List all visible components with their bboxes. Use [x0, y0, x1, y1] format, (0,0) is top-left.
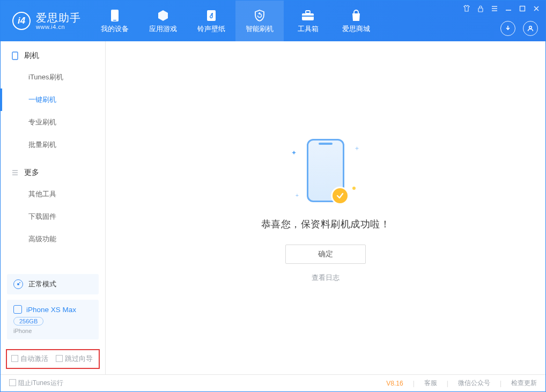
svg-rect-9: [12, 52, 18, 60]
footer: 阻止iTunes运行 V8.16 | 客服 | 微信公众号 | 检查更新: [1, 374, 545, 391]
header: i4 爱思助手 www.i4.cn 我的设备 应用游戏 铃声壁纸 智能刷机: [1, 1, 545, 41]
sidebar-section-flash: 刷机 iTunes刷机 一键刷机 专业刷机 批量刷机: [1, 41, 105, 158]
device-icon: [11, 52, 19, 60]
sidebar-head-more: 更多: [1, 168, 105, 183]
sidebar: 刷机 iTunes刷机 一键刷机 专业刷机 批量刷机 更多 其他工具 下载固件 …: [1, 41, 106, 374]
checkbox-icon: [56, 355, 63, 362]
app-window: i4 爱思助手 www.i4.cn 我的设备 应用游戏 铃声壁纸 智能刷机: [0, 0, 546, 392]
checkbox-icon: [11, 355, 18, 362]
sidebar-item-batch-flash[interactable]: 批量刷机: [1, 134, 105, 156]
lock-icon[interactable]: [476, 4, 485, 13]
device-type: iPhone: [13, 328, 92, 334]
tab-apps[interactable]: 应用游戏: [139, 1, 187, 41]
phone-icon: [108, 9, 122, 23]
music-file-icon: [204, 9, 218, 23]
toolbox-icon: [301, 9, 315, 23]
logo-url: www.i4.cn: [36, 24, 81, 30]
svg-rect-5: [302, 16, 314, 17]
tab-label: 工具箱: [298, 25, 319, 34]
svg-rect-7: [520, 6, 525, 11]
sidebar-head-flash: 刷机: [1, 51, 105, 66]
phone-icon: [307, 139, 344, 202]
tab-label: 铃声壁纸: [197, 25, 225, 34]
sidebar-item-itunes-flash[interactable]: iTunes刷机: [1, 66, 105, 88]
sparkle-icon: ✦: [291, 149, 297, 157]
shirt-icon[interactable]: [462, 4, 471, 13]
list-icon: [11, 169, 19, 176]
checkbox-icon: [9, 379, 16, 386]
success-message: 恭喜您，保资料刷机成功啦！: [261, 218, 390, 231]
mode-icon: [13, 279, 23, 289]
svg-rect-4: [306, 11, 310, 13]
footer-link-update[interactable]: 检查更新: [511, 379, 537, 388]
sidebar-item-other-tools[interactable]: 其他工具: [1, 183, 105, 205]
version-label: V8.16: [386, 380, 403, 387]
tab-flash[interactable]: 智能刷机: [235, 1, 284, 41]
shield-refresh-icon: [253, 9, 267, 23]
sidebar-item-pro-flash[interactable]: 专业刷机: [1, 111, 105, 134]
mode-card[interactable]: 正常模式: [7, 274, 99, 294]
tab-label: 应用游戏: [149, 25, 177, 34]
menu-icon[interactable]: [490, 4, 499, 13]
cube-icon: [156, 9, 170, 23]
tab-toolbox[interactable]: 工具箱: [284, 1, 332, 41]
svg-point-8: [529, 26, 532, 29]
logo-icon: i4: [12, 12, 31, 30]
sidebar-item-advanced[interactable]: 高级功能: [1, 228, 105, 250]
footer-link-wechat[interactable]: 微信公众号: [458, 379, 490, 388]
device-card[interactable]: iPhone XS Max 256GB iPhone: [7, 300, 99, 339]
svg-point-11: [19, 282, 20, 283]
checkbox-block-itunes[interactable]: 阻止iTunes运行: [9, 379, 63, 388]
tab-label: 智能刷机: [246, 25, 274, 34]
body: 刷机 iTunes刷机 一键刷机 专业刷机 批量刷机 更多 其他工具 下载固件 …: [1, 41, 545, 374]
checkmark-badge-icon: [331, 187, 349, 205]
minimize-icon[interactable]: [504, 4, 513, 13]
sparkle-icon: +: [355, 145, 359, 152]
device-capacity: 256GB: [13, 317, 43, 326]
sidebar-item-download-firmware[interactable]: 下载固件: [1, 205, 105, 228]
logo: i4 爱思助手 www.i4.cn: [1, 1, 91, 41]
main-content: ✦ + + 恭喜您，保资料刷机成功啦！ 确定 查看日志: [106, 41, 545, 374]
nav-tabs: 我的设备 应用游戏 铃声壁纸 智能刷机 工具箱 爱思商城: [91, 1, 380, 41]
options-highlighted: 自动激活 跳过向导: [6, 349, 100, 369]
profile-button[interactable]: [523, 21, 538, 36]
success-illustration: ✦ + +: [277, 133, 374, 208]
tab-ringtones[interactable]: 铃声壁纸: [187, 1, 235, 41]
ok-button[interactable]: 确定: [285, 245, 366, 264]
device-name: iPhone XS Max: [26, 306, 76, 314]
sidebar-title: 更多: [24, 168, 39, 177]
svg-point-10: [17, 283, 19, 285]
checkbox-auto-activate[interactable]: 自动激活: [11, 354, 48, 364]
svg-rect-3: [302, 13, 314, 20]
sparkle-icon: +: [296, 193, 299, 198]
tab-my-device[interactable]: 我的设备: [91, 1, 139, 41]
close-icon[interactable]: [532, 4, 541, 13]
checkbox-skip-guide[interactable]: 跳过向导: [56, 354, 93, 364]
download-button[interactable]: [500, 21, 515, 36]
tab-label: 爱思商城: [342, 25, 370, 34]
maximize-icon[interactable]: [518, 4, 527, 13]
svg-rect-0: [111, 10, 119, 21]
logo-title: 爱思助手: [36, 12, 81, 24]
svg-rect-1: [113, 20, 116, 21]
dot-icon: [352, 187, 356, 190]
device-small-icon: [13, 305, 22, 314]
mode-label: 正常模式: [28, 279, 56, 289]
window-controls: [462, 4, 541, 13]
svg-rect-6: [478, 8, 483, 12]
sidebar-title: 刷机: [24, 51, 39, 61]
phone-notch: [319, 143, 333, 145]
view-log-link[interactable]: 查看日志: [312, 273, 340, 283]
sidebar-section-more: 更多 其他工具 下载固件 高级功能: [1, 158, 105, 253]
header-actions: [500, 21, 538, 36]
tab-store[interactable]: 爱思商城: [332, 1, 380, 41]
tab-label: 我的设备: [101, 25, 129, 34]
sidebar-item-onekey-flash[interactable]: 一键刷机: [1, 88, 105, 111]
bag-icon: [349, 9, 363, 23]
footer-link-support[interactable]: 客服: [424, 379, 437, 388]
